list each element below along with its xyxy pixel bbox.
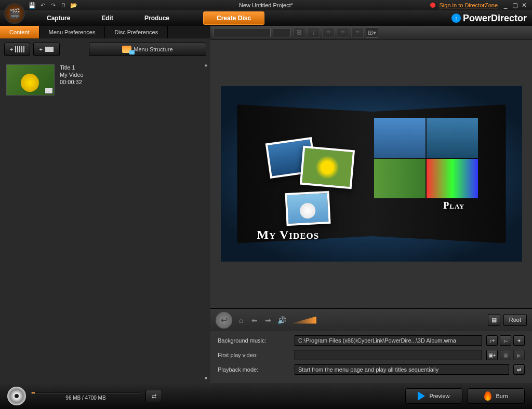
create-disc-button[interactable]: Create Disc <box>203 11 264 25</box>
bold-button[interactable]: B <box>293 28 305 38</box>
minimize-icon[interactable]: _ <box>502 2 509 9</box>
directorzone-dot-icon <box>430 3 435 8</box>
firstplay-input[interactable] <box>295 350 482 360</box>
bgmusic-input[interactable] <box>295 335 482 346</box>
redo-icon[interactable]: ↷ <box>49 2 57 9</box>
item-name: My Video <box>60 72 84 78</box>
volume-slider[interactable] <box>290 317 316 324</box>
new-doc-icon[interactable]: 🗋 <box>60 2 67 9</box>
bottom-bar: 96 MB / 4700 MB ⇄ Preview Burn <box>0 383 532 409</box>
right-panel: B I ≡ ≡ ≡ ⊞▾ Play My Videos ↩ <box>210 26 532 383</box>
volume-icon[interactable]: 🔊 <box>277 316 286 324</box>
header: 🎬 Capture Edit Produce Create Disc ↑ Pow… <box>0 10 532 26</box>
menu-structure-button[interactable]: Menu Structure <box>89 43 206 56</box>
item-duration: 00:00:32 <box>60 79 84 85</box>
brand: ↑ PowerDirector <box>451 13 527 24</box>
titlebar: 💾 ↶ ↷ 🗋 📂 New Untitled Project* Sign in … <box>0 0 532 10</box>
align-right-button[interactable]: ≡ <box>351 28 364 38</box>
bgmusic-label: Background music: <box>218 337 290 344</box>
menu-preview[interactable]: Play My Videos <box>221 86 522 262</box>
video-thumbnail <box>6 64 55 96</box>
add-music-button[interactable]: ♪+ <box>486 335 498 346</box>
add-slideshow-button[interactable]: + <box>33 43 59 56</box>
flame-icon <box>484 391 491 401</box>
playback-label: Playback mode: <box>218 366 290 373</box>
close-icon[interactable]: ✕ <box>521 2 528 9</box>
thumbnail-view-button[interactable]: ▦ <box>488 314 500 326</box>
swap-button[interactable]: ⇄ <box>145 390 162 402</box>
add-firstplay-button[interactable]: ▣+ <box>486 350 498 360</box>
project-title: New Untitled Project* <box>239 2 293 8</box>
align-center-button[interactable]: ≡ <box>337 28 349 38</box>
subtab-disc-preferences[interactable]: Disc Preferences <box>105 26 168 38</box>
left-panel: Content Menu Preferences Disc Preference… <box>0 26 210 383</box>
tab-produce[interactable]: Produce <box>129 10 185 26</box>
prev-icon[interactable]: ⬅ <box>250 316 259 324</box>
align-left-button[interactable]: ≡ <box>322 28 335 38</box>
text-toolbar: B I ≡ ≡ ≡ ⊞▾ <box>210 26 532 39</box>
collapse-arrow-icon[interactable]: ▲ <box>204 62 208 67</box>
disc-icon <box>7 387 26 405</box>
add-video-button[interactable]: + <box>4 43 30 56</box>
nav-bar: ↩ ⌂ ⬅ ➡ 🔊 ▦ Root <box>210 308 532 331</box>
tab-edit[interactable]: Edit <box>86 10 129 26</box>
nav-back-button[interactable]: ↩ <box>216 312 232 329</box>
music-settings-button[interactable]: ✦ <box>513 335 525 346</box>
app-logo-icon: 🎬 <box>4 3 25 24</box>
playback-input[interactable] <box>295 364 509 375</box>
menu-play-text[interactable]: Play <box>443 200 464 211</box>
remove-music-button[interactable]: ♪- <box>500 335 511 346</box>
directorzone-link[interactable]: Sign in to DirectorZone <box>440 2 498 8</box>
capacity-text: 96 MB / 4700 MB <box>31 395 140 401</box>
preview-area: Play My Videos <box>210 39 532 308</box>
preview-button[interactable]: Preview <box>405 388 462 404</box>
capacity-meter: 96 MB / 4700 MB <box>31 392 140 401</box>
item-title: Title 1 <box>60 64 84 71</box>
burn-label: Burn <box>496 393 508 399</box>
save-icon[interactable]: 💾 <box>29 2 36 9</box>
tab-capture[interactable]: Capture <box>31 10 86 26</box>
root-button[interactable]: Root <box>503 314 527 326</box>
subtab-content[interactable]: Content <box>0 26 39 38</box>
play-firstplay-button[interactable]: ▶ <box>513 350 525 360</box>
remove-firstplay-button[interactable]: ▣ <box>500 350 511 360</box>
layout-button[interactable]: ⊞▾ <box>366 28 378 38</box>
play-icon <box>418 391 425 401</box>
settings-area: Background music: ♪+ ♪- ✦ First play vid… <box>210 331 532 383</box>
preview-label: Preview <box>429 393 449 399</box>
playback-mode-button[interactable]: ⇄ <box>513 364 525 375</box>
next-icon[interactable]: ➡ <box>263 316 273 324</box>
open-folder-icon[interactable]: 📂 <box>70 2 77 9</box>
undo-icon[interactable]: ↶ <box>39 2 46 9</box>
menu-structure-label: Menu Structure <box>134 46 172 52</box>
brand-icon: ↑ <box>451 13 461 23</box>
menu-title-text[interactable]: My Videos <box>257 228 320 242</box>
firstplay-label: First play video: <box>218 352 290 358</box>
burn-button[interactable]: Burn <box>468 388 525 404</box>
list-item[interactable]: Title 1 My Video 00:00:32 <box>4 62 206 98</box>
italic-button[interactable]: I <box>308 28 320 38</box>
font-size-select[interactable] <box>273 28 291 37</box>
subtab-menu-preferences[interactable]: Menu Preferences <box>39 26 105 38</box>
content-list: ▲ Title 1 My Video 00:00:32 ▼ <box>0 60 210 383</box>
font-family-select[interactable] <box>214 28 271 37</box>
brand-text: PowerDirector <box>463 13 527 24</box>
menu-structure-icon <box>122 46 131 53</box>
expand-arrow-icon[interactable]: ▼ <box>204 376 208 381</box>
home-icon[interactable]: ⌂ <box>236 316 246 324</box>
maximize-icon[interactable]: ▢ <box>511 2 518 9</box>
